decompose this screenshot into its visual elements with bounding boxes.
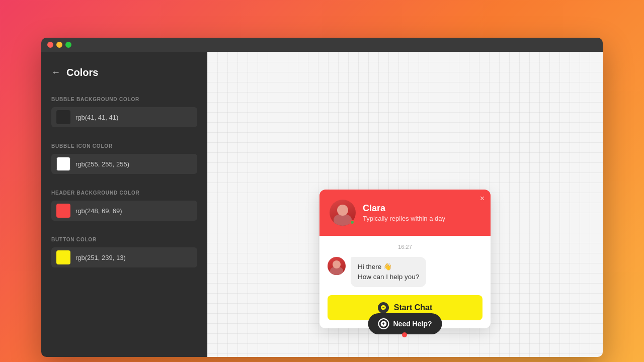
color-value-button-color: rgb(251, 239, 13) [75, 254, 126, 261]
color-swatch-header-bg[interactable] [56, 204, 70, 218]
color-value-bubble-icon: rgb(255, 255, 255) [75, 160, 129, 168]
color-input-bubble-icon[interactable]: rgb(255, 255, 255) [51, 154, 197, 174]
need-help-icon [378, 318, 389, 329]
color-swatch-bubble-icon[interactable] [56, 157, 70, 171]
agent-info: Clara Typically replies within a day [363, 203, 480, 222]
notification-dot [402, 332, 407, 337]
need-help-button[interactable]: Need Help? [368, 313, 442, 334]
online-indicator [350, 220, 355, 225]
chat-close-button[interactable]: × [480, 195, 485, 203]
back-button[interactable]: ← [51, 67, 60, 78]
color-section-bubble-bg: BUBBLE BACKGROUND COLOR rgb(41, 41, 41) [41, 88, 207, 135]
color-section-button-color: BUTTON COLOR rgb(251, 239, 13) [41, 229, 207, 276]
agent-status: Typically replies within a day [363, 215, 480, 222]
color-label-header-bg: HEADER BACKGROUND COLOR [51, 190, 197, 196]
close-button[interactable] [47, 42, 53, 48]
color-swatch-button-color[interactable] [56, 250, 70, 264]
start-chat-label: Start Chat [394, 303, 432, 312]
chat-widget: Clara Typically replies within a day × 1… [319, 190, 491, 335]
chat-message-row: Hi there 👋How can I help you? [328, 257, 482, 288]
preview-area: Clara Typically replies within a day × 1… [207, 52, 603, 357]
chat-header: Clara Typically replies within a day × [319, 190, 491, 236]
color-input-header-bg[interactable]: rgb(248, 69, 69) [51, 201, 197, 221]
sidebar: ← Colors BUBBLE BACKGROUND COLOR rgb(41,… [41, 52, 207, 357]
message-bubble: Hi there 👋How can I help you? [351, 257, 426, 288]
color-value-header-bg: rgb(248, 69, 69) [75, 207, 122, 215]
titlebar [41, 38, 603, 52]
chat-timestamp: 16:27 [328, 244, 482, 250]
color-value-bubble-bg: rgb(41, 41, 41) [75, 114, 118, 121]
maximize-button[interactable] [65, 42, 71, 48]
minimize-button[interactable] [56, 42, 62, 48]
color-input-bubble-bg[interactable]: rgb(41, 41, 41) [51, 107, 197, 127]
agent-name: Clara [363, 203, 480, 214]
sidebar-header: ← Colors [41, 62, 207, 88]
message-avatar [328, 257, 346, 275]
color-input-button-color[interactable]: rgb(251, 239, 13) [51, 247, 197, 267]
color-label-button-color: BUTTON COLOR [51, 237, 197, 242]
color-section-header-bg: HEADER BACKGROUND COLOR rgb(248, 69, 69) [41, 182, 207, 229]
need-help-label: Need Help? [393, 320, 432, 328]
color-label-bubble-bg: BUBBLE BACKGROUND COLOR [51, 97, 197, 102]
avatar-wrap [330, 200, 356, 226]
app-window: ← Colors BUBBLE BACKGROUND COLOR rgb(41,… [41, 38, 603, 357]
page-title: Colors [66, 67, 98, 78]
color-swatch-bubble-bg[interactable] [56, 110, 70, 124]
color-section-bubble-icon: BUBBLE ICON COLOR rgb(255, 255, 255) [41, 135, 207, 182]
chat-popup: Clara Typically replies within a day × 1… [319, 190, 491, 329]
messenger-icon [378, 302, 389, 313]
color-label-bubble-icon: BUBBLE ICON COLOR [51, 143, 197, 149]
